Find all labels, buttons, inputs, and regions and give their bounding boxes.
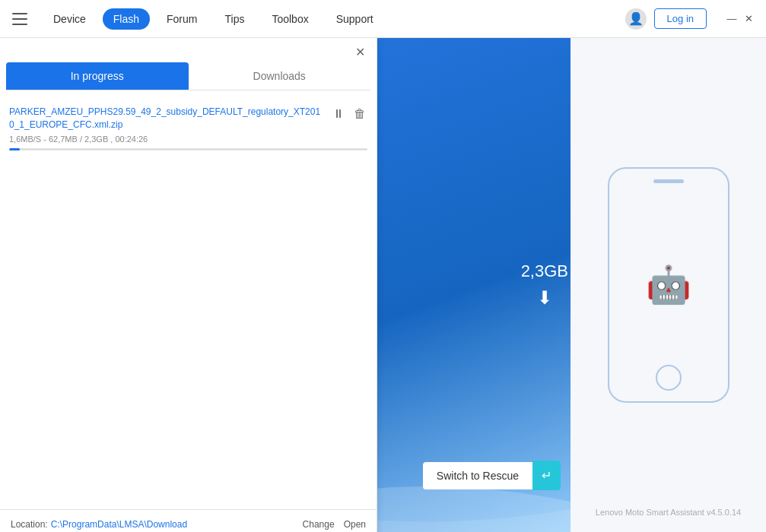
footer-location-label: Location: — [11, 519, 48, 530]
change-button[interactable]: Change — [303, 519, 335, 530]
nav-tips[interactable]: Tips — [214, 8, 255, 30]
nav-toolbox[interactable]: Toolbox — [261, 8, 319, 30]
minimize-button[interactable]: — — [726, 14, 737, 24]
footer-btns: Change Open — [303, 519, 366, 530]
download-filename: PARKER_AMZEU_PPHS29.59_49_2_subsidy_DEFA… — [9, 106, 331, 131]
nav-items: Device Flash Forum Tips Toolbox Support — [43, 8, 625, 30]
tab-downloads[interactable]: Downloads — [189, 62, 371, 90]
tab-bar: In progress Downloads — [6, 62, 370, 90]
download-panel: ✕ In progress Downloads PARKER_AMZEU_PPH… — [0, 38, 377, 532]
nav-device[interactable]: Device — [43, 8, 97, 30]
download-list: PARKER_AMZEU_PPHS29.59_49_2_subsidy_DEFA… — [0, 90, 377, 509]
footer-location-path: C:\ProgramData\LMSA\Download — [51, 519, 187, 530]
right-panel: 🤖 Lenovo Moto Smart Assistant v4.5.0.14 — [571, 38, 766, 532]
center-content: 2,3GB ⬇ — [521, 261, 568, 309]
panel-header: ✕ — [0, 38, 377, 62]
android-icon: 🤖 — [646, 267, 691, 303]
main-content: 2,3GB ⬇ Switch to Rescue ↵ 🤖 Lenovo Moto… — [0, 38, 766, 532]
panel-close-button[interactable]: ✕ — [352, 44, 367, 59]
menu-icon[interactable] — [12, 13, 27, 25]
phone-outline: 🤖 — [608, 167, 729, 403]
nav-forum[interactable]: Forum — [156, 8, 208, 30]
progress-bar-container — [9, 148, 367, 150]
login-button[interactable]: Log in — [654, 8, 707, 29]
nav-flash[interactable]: Flash — [103, 8, 150, 30]
tab-in-progress[interactable]: In progress — [6, 62, 189, 90]
window-controls: — ✕ — [726, 14, 754, 24]
download-item-header: PARKER_AMZEU_PPHS29.59_49_2_subsidy_DEFA… — [9, 106, 367, 131]
version-text: Lenovo Moto Smart Assistant v4.5.0.14 — [571, 508, 766, 517]
download-arrow-icon: ⬇ — [537, 287, 552, 309]
titlebar-right: 👤 Log in — ✕ — [625, 8, 754, 30]
download-actions: ⏸ 🗑 — [331, 106, 367, 122]
user-icon: 👤 — [625, 8, 647, 30]
nav-support[interactable]: Support — [326, 8, 384, 30]
pause-icon[interactable]: ⏸ — [331, 106, 346, 122]
size-label: 2,3GB — [521, 261, 568, 281]
trash-icon[interactable]: 🗑 — [352, 106, 367, 122]
close-button[interactable]: ✕ — [743, 14, 754, 24]
progress-bar-fill — [9, 148, 20, 150]
download-item: PARKER_AMZEU_PPHS29.59_49_2_subsidy_DEFA… — [9, 100, 367, 157]
rescue-btn-area: Switch to Rescue ↵ — [423, 461, 561, 490]
titlebar: Device Flash Forum Tips Toolbox Support … — [0, 0, 766, 38]
footer-location: Location: C:\ProgramData\LMSA\Download — [11, 519, 187, 530]
open-button[interactable]: Open — [344, 519, 366, 530]
rescue-enter-icon[interactable]: ↵ — [532, 461, 561, 490]
panel-footer: Location: C:\ProgramData\LMSA\Download C… — [0, 509, 377, 532]
download-meta: 1,6MB/S - 62,7MB / 2,3GB , 00:24:26 — [9, 135, 367, 144]
rescue-button[interactable]: Switch to Rescue — [423, 462, 532, 489]
